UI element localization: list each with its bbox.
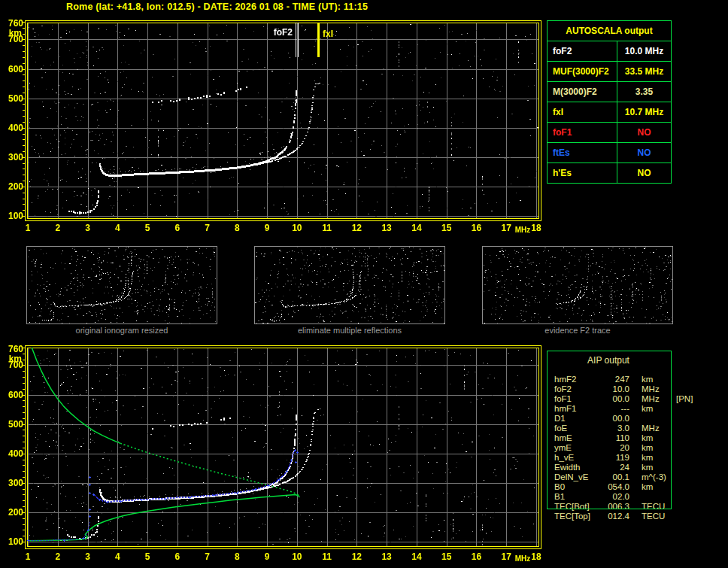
unit-cell: km — [642, 443, 675, 453]
unit-cell: MHz — [642, 424, 675, 433]
autoscala-row: MUF(3000)F233.5 MHz — [548, 62, 671, 82]
thumbnail-eliminate-reflections — [254, 246, 445, 324]
param-cell: M(3000)F2 — [548, 82, 617, 102]
aip-row: TEC[Bot]006.3TECU — [547, 502, 720, 512]
autoscala-row: h'EsNO — [548, 163, 671, 183]
param-cell: h'Es — [548, 163, 617, 183]
autoscala-row: foF210.0 MHz — [548, 41, 671, 62]
unit-cell: km — [642, 433, 675, 443]
param-cell: foF2 — [548, 41, 617, 61]
label-cell: foF1 — [547, 394, 601, 404]
note-cell: [PN] — [676, 394, 693, 404]
autoscala-row: fxI10.7 MHz — [548, 102, 671, 123]
autoscala-table-body: foF210.0 MHzMUF(3000)F233.5 MHzM(3000)F2… — [548, 41, 671, 183]
unit-cell: km — [642, 463, 675, 472]
value-cell: NO — [617, 163, 671, 183]
value-cell: 02.0 — [601, 492, 629, 502]
value-cell: 110 — [601, 433, 629, 443]
value-cell: 012.4 — [601, 512, 629, 521]
value-cell: 20 — [601, 443, 629, 453]
unit-cell: km — [642, 453, 675, 463]
value-cell: 3.35 — [617, 82, 671, 102]
thumbnail-evidence-f2-trace — [482, 246, 673, 324]
aip-row: h_vE119km — [547, 453, 720, 463]
value-cell: 247 — [601, 375, 629, 384]
top-ionogram-plot — [0, 14, 546, 238]
aip-row: hmF2247km — [547, 375, 720, 384]
autoscala-row: M(3000)F23.35 — [548, 82, 671, 102]
unit-cell: MHz — [642, 384, 675, 394]
value-cell: 00.0 — [601, 414, 629, 424]
aip-row: hmF1---km — [547, 404, 720, 414]
aip-row: foE3.0MHz — [547, 424, 720, 433]
value-cell: 00.0 — [601, 394, 629, 404]
thumbnail-caption-evidence: evidence F2 trace — [482, 326, 673, 335]
unit-cell — [642, 414, 675, 424]
unit-cell: TECU — [642, 512, 675, 521]
value-cell: 006.3 — [601, 502, 629, 512]
label-cell: B1 — [547, 492, 601, 502]
value-cell: 00.1 — [601, 472, 629, 482]
value-cell: 10.0 — [601, 384, 629, 394]
value-cell: 10.0 MHz — [617, 41, 671, 61]
aip-row: B102.0 — [547, 492, 720, 502]
thumbnail-caption-eliminate: eliminate multiple reflections — [254, 326, 445, 335]
aip-row: Ewidth24km — [547, 463, 720, 472]
aip-table-header: AIP output — [547, 351, 670, 371]
param-cell: ftEs — [548, 143, 617, 163]
unit-cell — [642, 492, 675, 502]
unit-cell: MHz — [642, 394, 675, 404]
label-cell: Ewidth — [547, 463, 601, 472]
label-cell: foF2 — [547, 384, 601, 394]
label-cell: B0 — [547, 482, 601, 492]
aip-row: D100.0 — [547, 414, 720, 424]
aip-row: foF210.0MHz — [547, 384, 720, 394]
autoscala-row: ftEsNO — [548, 143, 671, 163]
label-cell: ymE — [547, 443, 601, 453]
value-cell: 10.7 MHz — [617, 102, 671, 122]
autoscala-screen: Rome (lat: +41.8, lon: 012.5) - DATE: 20… — [0, 0, 728, 568]
label-cell: DelN_vE — [547, 472, 601, 482]
aip-row: DelN_vE00.1m^(-3) — [547, 472, 720, 482]
value-cell: --- — [601, 404, 629, 414]
unit-cell: km — [642, 482, 675, 492]
thumbnail-original-ionogram — [26, 246, 217, 324]
param-cell: foF1 — [548, 123, 617, 142]
value-cell: 33.5 MHz — [617, 62, 671, 81]
aip-table-body: hmF2247kmfoF210.0MHzfoF100.0MHz[PN]hmF1-… — [547, 375, 720, 521]
aip-row: foF100.0MHz[PN] — [547, 394, 720, 404]
unit-cell: km — [642, 375, 675, 384]
bottom-ionogram-plot — [0, 337, 546, 568]
page-title: Rome (lat: +41.8, lon: 012.5) - DATE: 20… — [66, 2, 368, 12]
aip-row: ymE20km — [547, 443, 720, 453]
label-cell: foE — [547, 424, 601, 433]
thumbnail-caption-original: original ionogram resized — [26, 326, 217, 335]
label-cell: h_vE — [547, 453, 601, 463]
label-cell: hmF2 — [547, 375, 601, 384]
value-cell: 3.0 — [601, 424, 629, 433]
autoscala-output-table: AUTOSCALA output foF210.0 MHzMUF(3000)F2… — [547, 20, 672, 184]
value-cell: NO — [617, 143, 671, 163]
unit-cell: km — [642, 404, 675, 414]
value-cell: NO — [617, 123, 671, 142]
aip-row: B0054.0km — [547, 482, 720, 492]
unit-cell: TECU — [642, 502, 675, 512]
aip-row: hmE110km — [547, 433, 720, 443]
autoscala-table-header: AUTOSCALA output — [548, 21, 671, 41]
value-cell: 24 — [601, 463, 629, 472]
param-cell: MUF(3000)F2 — [548, 62, 617, 81]
unit-cell: m^(-3) — [642, 472, 675, 482]
value-cell: 119 — [601, 453, 629, 463]
aip-row: TEC[Top]012.4TECU — [547, 512, 720, 521]
label-cell: hmF1 — [547, 404, 601, 414]
label-cell: TEC[Bot] — [547, 502, 601, 512]
label-cell: D1 — [547, 414, 601, 424]
value-cell: 054.0 — [601, 482, 629, 492]
autoscala-row: foF1NO — [548, 123, 671, 143]
param-cell: fxI — [548, 102, 617, 122]
label-cell: TEC[Top] — [547, 512, 601, 521]
label-cell: hmE — [547, 433, 601, 443]
